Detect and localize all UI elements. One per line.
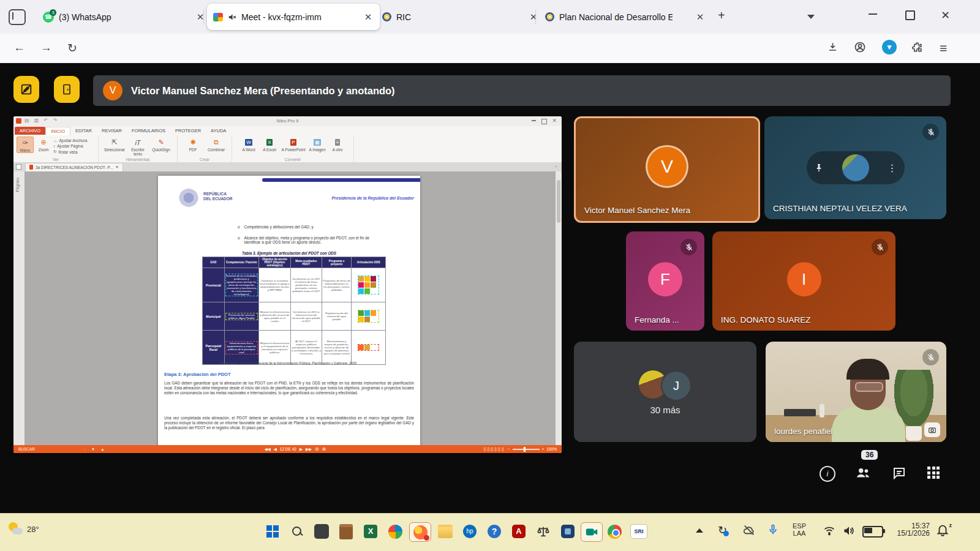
firefox-view-icon[interactable] [9,9,26,25]
prev-page-icon[interactable]: ◀ [274,447,277,452]
search-icon[interactable] [288,522,306,541]
battery-icon[interactable] [862,526,883,538]
tab-meet-active[interactable]: Meet - kvx-fqzm-imm ✕ [207,4,380,30]
pages-panel-strip[interactable]: Páginas [13,171,25,445]
tab-whatsapp[interactable]: ☎3 (3) WhatsApp ✕ [37,4,212,29]
type-text-button[interactable]: iTEscribir texto [127,137,148,156]
app-icon-navy[interactable] [559,522,577,541]
menu-hamburger-icon[interactable]: ≡ [940,41,947,56]
ribbon-collapse-icon[interactable]: ^ [555,165,557,169]
tab-ric[interactable]: RIC ✕ [376,4,545,29]
tray-mic-icon[interactable] [767,523,779,536]
app-icon-package[interactable] [337,522,355,541]
tile-cristhian[interactable]: ⋮ CRISTHIAN NEPTALI VELEZ VERA [764,116,946,219]
zoom-tool-button[interactable]: ⊕Zoom [36,137,51,152]
fit-page-button[interactable]: ↕Ajustar Página [53,144,87,148]
browser-pinwheel-icon[interactable] [386,522,404,541]
onedrive-off-icon[interactable] [742,523,756,537]
quicksign-button[interactable]: ✎QuickSign [151,137,172,152]
scales-app-icon[interactable] [534,522,552,541]
hand-tool-button[interactable]: ✑Mano [17,137,34,153]
page-indicator[interactable]: 12 DE 42 [280,447,296,451]
tile-donato[interactable]: I ING. DONATO SUAREZ [712,231,895,331]
clock-widget[interactable]: 15:37 15/1/2026 [887,522,930,537]
participants-button[interactable] [855,465,871,481]
document-tab[interactable]: 3a DIRECTRICES ALINEACION PDOT- P... ✕ [25,163,123,171]
zoom-slider-plus[interactable]: + [542,447,545,451]
reload-button[interactable]: ↻ [67,41,77,55]
app-icon-dark[interactable] [312,522,331,541]
file-explorer-icon[interactable] [436,522,454,541]
chat-button[interactable] [892,466,907,481]
last-page-icon[interactable]: ▶▶ [306,447,312,452]
nitro-restore-icon[interactable] [541,119,547,124]
sri-app-icon[interactable]: SRI [630,522,648,541]
menu-archivo[interactable]: ARCHIVO [15,127,45,135]
pdf-scrollbar[interactable] [556,171,562,445]
tile-victor[interactable]: V Victor Manuel Sanchez Mera [574,116,760,223]
doc-checkbox[interactable] [16,164,21,170]
window-minimize-button[interactable] [869,13,877,15]
tab-close-icon[interactable]: ✕ [695,12,706,23]
to-image-button[interactable]: ▦A imagen [308,137,326,152]
tile-fernanda[interactable]: F Fernanda ... [626,231,704,331]
to-excel-button[interactable]: XA Excel [260,137,279,152]
volume-icon[interactable] [843,525,855,537]
extensions-puzzle-icon[interactable] [911,41,923,53]
annotation-off-button[interactable] [13,76,39,103]
fit-width-button[interactable]: ↔Ajustar Anchura [53,138,87,143]
next-page-icon[interactable]: ▶ [300,447,303,452]
back-button[interactable]: ← [13,41,25,54]
start-button[interactable] [263,522,282,541]
document-tab-close-icon[interactable]: ✕ [115,165,118,170]
flip-camera-button[interactable] [924,422,940,437]
wifi-icon[interactable] [823,525,835,537]
zoom-slider-minus[interactable]: − [508,447,510,451]
help-app-icon[interactable]: ? [485,522,503,541]
tab-close-icon[interactable]: ✕ [528,12,539,23]
menu-proteger[interactable]: PROTEGER [170,127,206,135]
zoom-in-icon[interactable]: ⊕ [322,446,326,452]
sync-icon[interactable]: ↻ [718,523,727,537]
menu-inicio[interactable]: INICIO [45,127,70,135]
firefox-app-icon-active[interactable] [409,522,431,542]
more-options-icon[interactable]: ⋮ [888,162,897,174]
notification-bell-icon[interactable]: z [936,523,949,537]
camera-app-icon-active[interactable] [581,522,603,542]
account-icon[interactable] [854,41,866,53]
open-door-button[interactable] [54,76,80,103]
tab-close-icon[interactable]: ✕ [363,12,374,23]
page-layout-icons[interactable]: ▯▯▯▯▯▯ [484,447,505,452]
pin-icon[interactable] [814,163,824,173]
zoom-out-icon[interactable]: ⊖ [315,446,319,452]
extension-fox-icon[interactable]: ▼ [882,40,897,54]
select-tool-button[interactable]: ⇱Seleccionar [104,137,125,152]
window-restore-button[interactable] [905,10,915,20]
tab-audio-muted-icon[interactable] [228,13,236,21]
menu-formularios[interactable]: FORMULARIOS [127,127,170,135]
rotate-view-button[interactable]: ↻Rotar vista [53,149,87,154]
downloads-icon[interactable] [827,41,839,53]
window-close-button[interactable]: ✕ [941,9,950,22]
tray-chevron-up-icon[interactable] [696,528,703,533]
to-powerpoint-button[interactable]: PA PowerPoint [281,137,306,152]
acrobat-app-icon[interactable]: A [510,522,528,541]
create-pdf-button[interactable]: ✱PDF [183,137,203,152]
weather-widget[interactable]: 28° [9,522,39,537]
new-tab-button[interactable]: + [718,9,725,23]
tile-more-participants[interactable]: J 30 más [574,342,756,442]
menu-ayuda[interactable]: AYUDA [206,127,231,135]
zoom-slider[interactable] [513,449,540,450]
forward-button[interactable]: → [40,41,52,54]
first-page-icon[interactable]: ◀◀ [265,447,271,452]
scrollbar-thumb[interactable] [557,180,560,223]
info-button[interactable]: i [820,466,835,482]
hp-app-icon[interactable]: hp [461,522,479,541]
tab-list-chevron-icon[interactable] [807,15,815,19]
buscar-field[interactable]: BUSCAR [18,447,35,451]
language-indicator[interactable]: ESPLAA [793,522,806,537]
excel-app-icon[interactable]: X [361,522,380,541]
chrome-app-icon[interactable] [605,522,624,541]
to-other-button[interactable]: ≡A otro [329,137,346,152]
tab-close-icon[interactable]: ✕ [195,12,206,23]
